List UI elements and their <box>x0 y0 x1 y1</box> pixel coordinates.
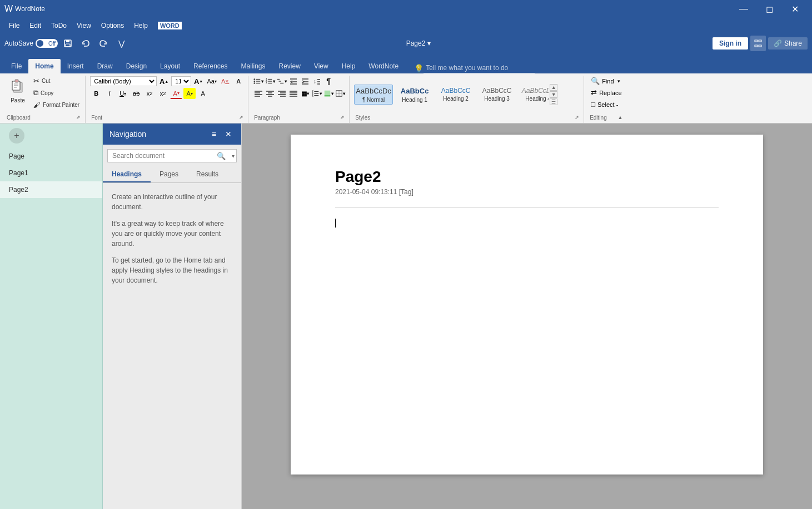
add-page-button[interactable]: + <box>9 128 24 144</box>
tab-design[interactable]: Design <box>119 59 153 73</box>
clipboard-expand[interactable]: ⇗ <box>76 115 81 120</box>
multilevel-list-button[interactable]: ▾ <box>276 76 287 87</box>
sign-in-button[interactable]: Sign in <box>713 37 748 50</box>
paragraph-label: Paragraph <box>254 113 280 121</box>
menu-view[interactable]: View <box>72 19 96 32</box>
document-page[interactable]: Page2 2021-05-04 09:13:11 [Tag] <box>291 135 763 475</box>
borders-button[interactable]: ▾ <box>335 88 346 99</box>
numbering-button[interactable]: 1.2.3. ▾ <box>265 76 276 87</box>
style-heading1[interactable]: AaBbCc Heading 1 <box>395 85 434 104</box>
document-body[interactable] <box>335 219 719 441</box>
shading-button[interactable]: ▾ <box>323 88 334 99</box>
superscript-button[interactable]: x2 <box>157 88 169 99</box>
nav-search-dropdown-icon[interactable]: ▾ <box>232 153 235 159</box>
replace-button[interactable]: ⇄ Replace <box>589 87 624 98</box>
copy-button[interactable]: ⧉ Copy <box>31 87 82 98</box>
bold-button[interactable]: B <box>90 88 102 99</box>
tab-file[interactable]: File <box>4 59 28 73</box>
tab-layout[interactable]: Layout <box>153 59 187 73</box>
menu-help[interactable]: Help <box>129 19 152 32</box>
sort-button[interactable]: ↕ <box>311 76 322 87</box>
align-left-button[interactable] <box>253 88 264 99</box>
select-button[interactable]: □ Select - <box>589 99 624 110</box>
change-case-button[interactable]: Aa▾ <box>206 76 218 87</box>
close-button[interactable]: ✕ <box>782 0 808 18</box>
style-normal[interactable]: AaBbCcDc ¶ Normal <box>354 85 393 104</box>
ribbon-tabs: File Home Insert Draw Design Layout Refe… <box>0 53 812 73</box>
style-heading3[interactable]: AaBbCcC Heading 3 <box>477 85 516 104</box>
tab-references[interactable]: References <box>187 59 234 73</box>
shrink-font-button[interactable]: A▼ <box>192 76 205 87</box>
ribbon-search-input[interactable] <box>424 63 535 73</box>
tab-draw[interactable]: Draw <box>91 59 119 73</box>
menu-word[interactable]: WORD <box>153 19 186 32</box>
styles-expand[interactable]: ⇗ <box>575 115 579 120</box>
text-highlight-button[interactable]: A▾ <box>183 88 196 99</box>
paste-button[interactable]: Paste <box>6 76 30 106</box>
tab-wordnote[interactable]: WordNote <box>362 59 405 73</box>
strikethrough-button[interactable]: ab <box>130 88 142 99</box>
paragraph-expand[interactable]: ⇗ <box>340 115 345 120</box>
grow-font-button[interactable]: A▲ <box>158 76 170 87</box>
save-button[interactable] <box>60 36 76 51</box>
align-right-button[interactable] <box>276 88 287 99</box>
restore-button[interactable]: ◻ <box>756 0 782 18</box>
page-list-item-page1[interactable]: Page1 <box>0 165 102 181</box>
tab-help[interactable]: Help <box>335 59 362 73</box>
text-highlight-outer[interactable]: A <box>232 76 245 87</box>
share-button[interactable]: 🔗 Share <box>768 37 808 50</box>
editing-expand[interactable]: ▲ <box>618 115 623 120</box>
redo-button[interactable] <box>96 36 111 51</box>
nav-tab-pages[interactable]: Pages <box>151 167 187 182</box>
tab-view[interactable]: View <box>307 59 335 73</box>
styles-scroll-up[interactable]: ▲ <box>550 84 557 91</box>
menu-file[interactable]: File <box>4 19 24 32</box>
doc-dropdown-icon[interactable]: ▾ <box>427 39 431 47</box>
page-list-item-page2[interactable]: Page2 <box>0 181 102 198</box>
font-size-select[interactable]: 11 <box>171 76 191 86</box>
minimize-button[interactable]: ― <box>731 0 756 18</box>
menu-todo[interactable]: ToDo <box>47 19 71 32</box>
page-list-item-page[interactable]: Page <box>0 148 102 165</box>
nav-pin-button[interactable]: ≡ <box>208 128 220 140</box>
underline-button[interactable]: U▾ <box>117 88 129 99</box>
text-border-button[interactable]: A <box>197 88 209 99</box>
format-painter-button[interactable]: 🖌 Format Painter <box>31 100 82 110</box>
decrease-indent-button[interactable] <box>288 76 299 87</box>
italic-button[interactable]: I <box>103 88 116 99</box>
autosave-toggle[interactable]: Off <box>36 39 58 48</box>
nav-tab-results[interactable]: Results <box>187 167 227 182</box>
line-spacing-button[interactable]: ▾ <box>311 88 322 99</box>
tab-mailings[interactable]: Mailings <box>234 59 272 73</box>
clipboard-group-content: Paste ✂ Cut ⧉ Copy 🖌 Format Painter <box>6 76 82 113</box>
tab-insert[interactable]: Insert <box>61 59 91 73</box>
nav-tab-headings[interactable]: Headings <box>103 167 151 182</box>
align-center-button[interactable] <box>265 88 276 99</box>
cut-button[interactable]: ✂ Cut <box>31 76 82 86</box>
styles-expand-all[interactable]: ☰ <box>550 98 557 105</box>
style-heading4[interactable]: AaBbCcDc Heading 4 <box>519 85 549 104</box>
undo-button[interactable] <box>78 36 93 51</box>
columns-button[interactable]: ▦▾ <box>300 88 311 99</box>
styles-scroll-down[interactable]: ▼ <box>550 91 557 98</box>
style-heading2[interactable]: AaBbCcC Heading 2 <box>436 85 475 104</box>
customize-qa-button[interactable]: ⋁ <box>113 36 129 51</box>
clear-formatting-button[interactable]: A✕ <box>219 76 231 87</box>
justify-button[interactable] <box>288 88 299 99</box>
menu-options[interactable]: Options <box>97 19 128 32</box>
document-area[interactable]: Page2 2021-05-04 09:13:11 [Tag] <box>242 123 812 509</box>
font-family-select[interactable]: Calibri (Body) <box>90 76 157 86</box>
find-button[interactable]: 🔍 Find ▾ <box>589 76 624 86</box>
subscript-button[interactable]: x2 <box>143 88 156 99</box>
font-expand[interactable]: ⇗ <box>239 115 243 120</box>
show-hide-button[interactable]: ¶ <box>323 76 334 87</box>
tab-home[interactable]: Home <box>28 59 60 73</box>
increase-indent-button[interactable] <box>300 76 311 87</box>
nav-close-button[interactable]: ✕ <box>222 128 235 140</box>
menu-edit[interactable]: Edit <box>25 19 46 32</box>
tab-review[interactable]: Review <box>272 59 307 73</box>
font-color-button[interactable]: A▾ <box>170 88 182 99</box>
focus-view-button[interactable] <box>750 36 766 51</box>
share-icon: 🔗 <box>774 39 782 47</box>
bullets-button[interactable]: ▾ <box>253 76 264 87</box>
